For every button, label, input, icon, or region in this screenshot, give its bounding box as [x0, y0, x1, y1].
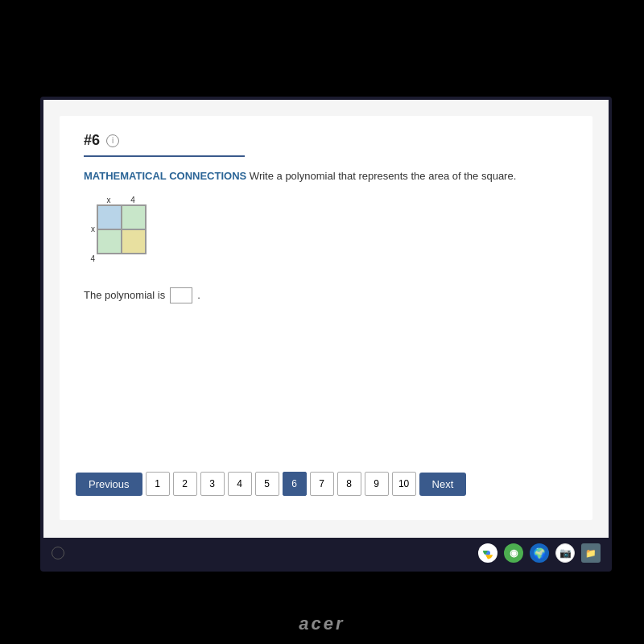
page-btn-6[interactable]: 6	[283, 472, 307, 496]
previous-button[interactable]: Previous	[76, 473, 142, 496]
page-btn-10[interactable]: 10	[392, 472, 416, 496]
page-btn-8[interactable]: 8	[337, 472, 361, 496]
question-prompt: Write a polynomial that represents the a…	[250, 170, 516, 182]
answer-row: The polynomial is .	[84, 287, 568, 303]
side-label-4-row: 4	[84, 254, 156, 263]
taskbar-icons: ◉ 🌍 📷 📁	[478, 543, 601, 563]
page-btn-7[interactable]: 7	[310, 472, 334, 496]
top-label-4: 4	[121, 196, 145, 204]
page-btn-3[interactable]: 3	[200, 472, 225, 496]
pagination: Previous 1 2 3 4 5 6 7 8 9 10 Next	[76, 472, 466, 496]
screen: #6 i MATHEMATICAL CONNECTIONS Write a po…	[43, 100, 609, 568]
files-icon[interactable]: 📁	[581, 543, 601, 563]
question-label: MATHEMATICAL CONNECTIONS	[84, 170, 246, 182]
page-btn-2[interactable]: 2	[173, 472, 197, 496]
answer-prefix: The polynomial is	[84, 289, 165, 301]
grid-cell-br	[122, 229, 146, 254]
home-circle[interactable]	[52, 547, 64, 559]
page-btn-9[interactable]: 9	[365, 472, 389, 496]
side-label-x: x	[84, 225, 95, 233]
content-area: #6 i MATHEMATICAL CONNECTIONS Write a po…	[60, 116, 592, 520]
monitor-bezel: #6 i MATHEMATICAL CONNECTIONS Write a po…	[40, 97, 612, 572]
grid-cell-tr	[122, 205, 146, 229]
grid-cell-bl	[97, 229, 122, 254]
answer-input[interactable]	[170, 287, 192, 303]
diagram-container: x 4 x 4	[84, 196, 156, 263]
diagram-labels-top: x 4	[97, 196, 156, 204]
brand-label: acer	[299, 613, 345, 634]
info-icon[interactable]: i	[106, 134, 119, 147]
question-header: #6 i	[84, 132, 245, 157]
grid-cell-tl	[97, 205, 122, 229]
grid	[97, 204, 147, 254]
page-btn-5[interactable]: 5	[255, 472, 279, 496]
earth-icon[interactable]: 🌍	[530, 543, 549, 563]
page-btn-1[interactable]: 1	[146, 472, 170, 496]
photos-icon[interactable]: 📷	[555, 543, 575, 563]
maps-icon[interactable]: ◉	[504, 543, 523, 563]
side-label-4: 4	[84, 254, 95, 263]
page-btn-4[interactable]: 4	[228, 472, 252, 496]
taskbar-left	[52, 547, 64, 559]
chrome-icon[interactable]	[478, 543, 497, 563]
next-button[interactable]: Next	[419, 473, 467, 496]
answer-suffix: .	[197, 289, 200, 301]
diagram-row-x: x	[84, 204, 156, 254]
top-label-x: x	[97, 196, 121, 204]
question-number: #6	[84, 132, 100, 149]
question-text: MATHEMATICAL CONNECTIONS Write a polynom…	[84, 168, 568, 184]
taskbar: ◉ 🌍 📷 📁	[43, 538, 609, 568]
